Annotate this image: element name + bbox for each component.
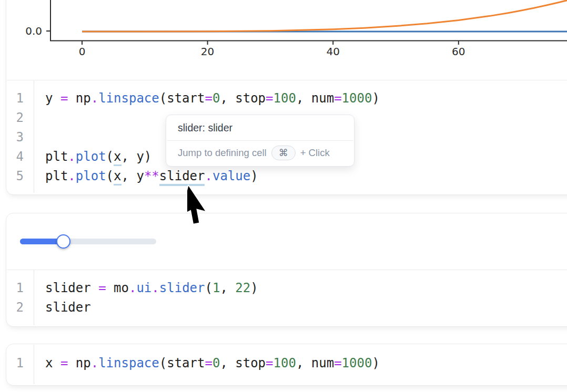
tooltip-action-suffix: + Click (300, 147, 330, 159)
code-token: x (45, 356, 60, 370)
code-token: (start (159, 91, 205, 106)
code-line[interactable]: 1y = np.linspace(start=0, stop=100, num=… (0, 88, 380, 108)
code-token: ( (205, 281, 212, 295)
svg-text:0: 0 (79, 45, 86, 58)
line-number: 2 (0, 110, 24, 125)
code-editor[interactable]: 1slider = mo.ui.slider(1, 22)2slider (0, 278, 258, 317)
code-token: , y) (122, 149, 152, 164)
code-token: ui (136, 281, 151, 295)
cell-output-divider (7, 270, 567, 270)
code-token: ) (372, 91, 379, 106)
code-token: . (205, 169, 212, 183)
code-token: = (334, 91, 341, 106)
variable-reference[interactable]: x (114, 169, 121, 185)
svg-text:20: 20 (201, 45, 214, 58)
code-token: . (91, 356, 98, 370)
code-token: = (60, 91, 68, 106)
code-token: slider (45, 300, 91, 315)
code-token: 100 (274, 356, 296, 370)
code-token: np (68, 356, 90, 370)
variable-tooltip: slider: slider Jump to defining cell ⌘ +… (166, 115, 355, 167)
code-token: 1 (212, 281, 220, 295)
code-token: ) (250, 169, 258, 183)
code-token: plt (45, 169, 68, 183)
code-token: linspace (98, 91, 159, 106)
line-number: 5 (0, 169, 24, 183)
code-token: value (212, 169, 250, 183)
code-token: plt (45, 149, 68, 164)
code-line[interactable]: 5plt.plot(x, y**slider.value) (0, 166, 380, 185)
code-token: plot (76, 169, 106, 183)
code-token: plot (76, 149, 106, 164)
code-token: ) (250, 281, 258, 295)
code-token: slider (159, 281, 205, 295)
code-token: = (98, 281, 106, 295)
code-token: ( (106, 149, 114, 164)
code-token: 0 (212, 356, 220, 370)
variable-reference[interactable]: x (114, 149, 121, 166)
code-token: 1000 (342, 91, 372, 106)
code-token: = (334, 356, 341, 370)
tooltip-jump-action[interactable]: Jump to defining cell ⌘ + Click (166, 141, 354, 166)
command-keycap: ⌘ (271, 146, 296, 160)
code-token: ( (106, 169, 114, 183)
code-line[interactable]: 2slider (0, 297, 258, 317)
code-token: , stop (220, 91, 266, 106)
matplotlib-plot-output: 02040600.0 (0, 0, 567, 80)
slider-thumb[interactable] (56, 234, 70, 249)
line-number: 4 (0, 149, 24, 164)
code-token: , num (296, 356, 334, 370)
code-token: ) (372, 356, 379, 370)
code-token: np (68, 91, 90, 106)
code-token: 100 (274, 91, 296, 106)
code-editor[interactable]: 1x = np.linspace(start=0, stop=100, num=… (0, 353, 380, 373)
code-token: slider (45, 281, 98, 295)
code-token: ** (144, 169, 159, 183)
code-line[interactable]: 1x = np.linspace(start=0, stop=100, num=… (0, 353, 380, 373)
code-token: mo (106, 281, 129, 295)
command-key-icon: ⌘ (279, 147, 288, 159)
line-number: 1 (0, 281, 24, 295)
code-token: = (60, 356, 68, 370)
code-token: y (45, 91, 60, 106)
code-token: = (266, 356, 273, 370)
svg-text:40: 40 (326, 45, 339, 58)
code-token: (start (159, 356, 205, 370)
code-token: , (220, 281, 235, 295)
svg-text:60: 60 (452, 45, 465, 58)
code-token: . (91, 91, 98, 106)
code-line[interactable]: 1slider = mo.ui.slider(1, 22) (0, 278, 258, 297)
code-token: . (68, 169, 75, 183)
code-token: , y (122, 169, 144, 183)
code-token: 22 (235, 281, 250, 295)
tooltip-action-label: Jump to defining cell (178, 147, 267, 159)
code-token: = (205, 356, 212, 370)
svg-text:0.0: 0.0 (25, 25, 42, 37)
code-token: . (129, 281, 136, 295)
code-token: 1000 (342, 356, 372, 370)
code-token: . (68, 149, 75, 164)
code-token: , num (296, 91, 334, 106)
code-token: linspace (98, 356, 159, 370)
line-number: 1 (0, 91, 24, 106)
code-token: = (266, 91, 273, 106)
mouse-cursor-icon (187, 184, 218, 228)
line-number: 1 (0, 356, 24, 370)
code-token: . (151, 281, 159, 295)
code-token: = (205, 91, 212, 106)
tooltip-title: slider: slider (166, 115, 354, 140)
notebook-page: 02040600.0 1y = np.linspace(start=0, sto… (0, 0, 567, 392)
line-number: 2 (0, 300, 24, 315)
variable-reference[interactable]: slider (159, 169, 205, 186)
line-number: 3 (0, 130, 24, 145)
code-token: , stop (220, 356, 266, 370)
code-token: 0 (212, 91, 220, 106)
